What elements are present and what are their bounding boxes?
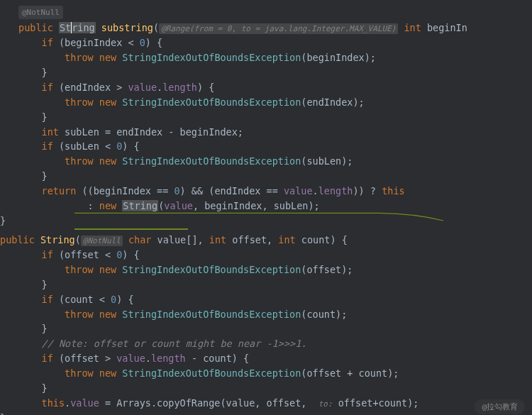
keyword-if: if <box>42 294 53 305</box>
keyword-new: new <box>99 200 116 211</box>
exception-class: StringIndexOutOfBoundsException <box>122 96 301 108</box>
code-line[interactable]: if (endIndex > value.length) { <box>18 80 532 95</box>
keyword-new: new <box>99 52 116 63</box>
notnull-annotation-badge: @NotNull <box>18 6 63 19</box>
code-line[interactable]: } <box>18 169 532 184</box>
constructor-name: String <box>40 234 75 245</box>
param-hint: to: <box>318 399 333 409</box>
code-line[interactable]: throw new StringIndexOutOfBoundsExceptio… <box>18 95 532 110</box>
annotation-underline-2 <box>74 227 188 233</box>
range-annotation: @Range(from = 0, to = java.lang.Integer.… <box>159 23 398 34</box>
code-line[interactable]: public String substring(@Range(from = 0,… <box>18 21 532 35</box>
keyword-char: char <box>128 234 152 245</box>
annotation-underline <box>74 212 450 226</box>
keyword-new: new <box>99 367 116 379</box>
code-line[interactable]: throw new StringIndexOutOfBoundsExceptio… <box>18 366 532 381</box>
code-line[interactable]: } <box>0 411 532 415</box>
code-line[interactable]: if (beginIndex < 0) { <box>18 35 532 50</box>
keyword-public: public <box>18 22 53 33</box>
code-line[interactable]: } <box>18 381 532 396</box>
exception-class: StringIndexOutOfBoundsException <box>122 264 301 275</box>
keyword-this: this <box>382 185 405 197</box>
notnull-inline-annotation: @NotNull <box>81 236 123 246</box>
exception-class: StringIndexOutOfBoundsException <box>122 309 301 320</box>
keyword-throw: throw <box>65 96 94 108</box>
comment: // Note: offset or count might be near -… <box>42 338 307 349</box>
code-line[interactable]: public String(@NotNull char value[], int… <box>0 233 532 248</box>
number-literal: 0 <box>111 294 116 305</box>
field-length: length <box>162 82 197 93</box>
keyword-public: public <box>0 234 35 245</box>
code-line[interactable]: int subLen = endIndex - beginIndex; <box>18 125 532 140</box>
code-line[interactable]: throw new StringIndexOutOfBoundsExceptio… <box>18 154 532 169</box>
keyword-this: this <box>42 397 65 409</box>
exception-class: StringIndexOutOfBoundsException <box>122 155 301 167</box>
field-value: value <box>70 397 99 409</box>
string-type-highlighted: String <box>59 22 96 33</box>
keyword-throw: throw <box>65 309 94 320</box>
code-line[interactable]: } <box>18 110 532 125</box>
keyword-int: int <box>209 234 226 245</box>
keyword-new: new <box>99 264 116 275</box>
keyword-int: int <box>404 22 421 33</box>
field-value: value <box>116 353 145 364</box>
keyword-return: return <box>42 185 77 197</box>
keyword-new: new <box>99 96 116 108</box>
exception-class: StringIndexOutOfBoundsException <box>122 52 301 63</box>
keyword-new: new <box>99 155 116 167</box>
keyword-int: int <box>278 234 295 245</box>
number-literal: 0 <box>174 185 179 197</box>
code-line[interactable]: } <box>18 277 532 292</box>
code-line[interactable]: : new String(value, beginIndex, subLen); <box>18 199 532 214</box>
code-line[interactable]: this.value = Arrays.copyOfRange(value, o… <box>18 396 532 411</box>
code-line[interactable]: if (offset < 0) { <box>18 248 532 262</box>
string-class-highlighted: String <box>122 200 158 211</box>
exception-class: StringIndexOutOfBoundsException <box>122 367 301 379</box>
code-line[interactable]: throw new StringIndexOutOfBoundsExceptio… <box>18 50 532 65</box>
code-line[interactable]: return ((beginIndex == 0) && (endIndex =… <box>18 184 532 199</box>
text-cursor <box>71 22 72 33</box>
code-line[interactable]: throw new StringIndexOutOfBoundsExceptio… <box>18 262 532 277</box>
field-value: value <box>284 185 313 197</box>
param-name: beginIn <box>427 22 467 33</box>
code-editor[interactable]: @NotNull public String substring(@Range(… <box>0 0 532 415</box>
keyword-int: int <box>42 126 59 138</box>
code-line[interactable]: if (subLen < 0) { <box>18 139 532 154</box>
code-line[interactable]: // Note: offset or count might be near -… <box>18 336 532 351</box>
field-length: length <box>318 185 353 197</box>
keyword-new: new <box>99 309 116 320</box>
keyword-if: if <box>42 82 53 93</box>
code-line[interactable]: throw new StringIndexOutOfBoundsExceptio… <box>18 307 532 322</box>
keyword-throw: throw <box>65 155 94 167</box>
keyword-if: if <box>42 37 53 48</box>
keyword-throw: throw <box>65 367 94 379</box>
watermark-badge: @拉勾教育 <box>475 399 525 414</box>
field-value: value <box>128 82 157 93</box>
code-line[interactable]: if (offset > value.length - count) { <box>18 351 532 366</box>
field-value: value <box>164 200 193 211</box>
keyword-if: if <box>42 249 53 260</box>
field-length: length <box>151 353 186 364</box>
keyword-if: if <box>42 353 53 364</box>
code-line[interactable]: } <box>18 321 532 336</box>
keyword-throw: throw <box>65 52 94 63</box>
keyword-throw: throw <box>65 264 94 275</box>
method-name: substring <box>101 22 153 33</box>
code-line[interactable]: if (count < 0) { <box>18 292 532 307</box>
number-literal: 0 <box>140 37 145 48</box>
code-line[interactable]: } <box>18 65 532 80</box>
keyword-if: if <box>42 140 53 152</box>
